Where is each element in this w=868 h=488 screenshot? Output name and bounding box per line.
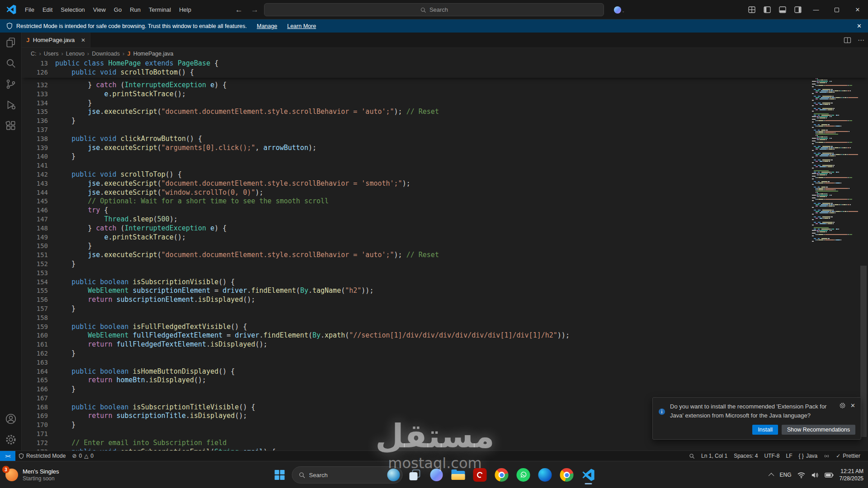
line-number[interactable]: 158 [22, 314, 48, 323]
copilot-button[interactable]: ˬ [614, 4, 624, 16]
encoding-status[interactable]: UTF-8 [761, 451, 783, 461]
problems-status[interactable]: ⊘ 0 △ 0 [69, 451, 97, 461]
breadcrumb-downloads[interactable]: Downloads [92, 51, 120, 57]
line-number[interactable]: 135 [22, 108, 48, 117]
broadcast-icon[interactable] [821, 451, 833, 461]
line-number[interactable]: 149 [22, 233, 48, 242]
menu-file[interactable]: File [21, 5, 38, 15]
remote-indicator[interactable]: >< [0, 451, 15, 461]
line-number[interactable]: 134 [22, 99, 48, 108]
wifi-icon[interactable] [797, 472, 805, 479]
line-number[interactable]: 142 [22, 170, 48, 179]
settings-gear-icon[interactable] [5, 433, 17, 446]
indentation-status[interactable]: Spaces: 4 [731, 451, 761, 461]
start-button[interactable] [270, 465, 289, 485]
line-number[interactable]: 170 [22, 421, 48, 430]
split-editor-icon[interactable] [844, 37, 851, 44]
line-number[interactable]: 160 [22, 331, 48, 340]
scrollbar-thumb[interactable] [860, 266, 867, 437]
widgets-button[interactable]: 3 Men's Singles Starting soon [5, 461, 59, 488]
close-window-button[interactable]: ✕ [847, 0, 868, 19]
line-number[interactable]: 138 [22, 135, 48, 144]
line-number[interactable]: 13 [22, 59, 48, 68]
line-number[interactable]: 153 [22, 269, 48, 278]
line-number[interactable]: 161 [22, 340, 48, 349]
line-number[interactable]: 133 [22, 90, 48, 99]
source-control-icon[interactable] [5, 78, 17, 90]
manage-link[interactable]: Manage [257, 23, 277, 29]
menu-edit[interactable]: Edit [38, 5, 57, 15]
line-number[interactable]: 172 [22, 439, 48, 448]
menu-run[interactable]: Run [126, 5, 145, 15]
line-number[interactable]: 159 [22, 323, 48, 332]
line-number[interactable]: 136 [22, 117, 48, 126]
toggle-sidebar-icon[interactable] [760, 0, 775, 19]
line-number[interactable]: 157 [22, 305, 48, 314]
line-number[interactable]: 143 [22, 179, 48, 188]
menu-view[interactable]: View [89, 5, 110, 15]
more-actions-icon[interactable]: ⋯ [858, 36, 864, 44]
taskbar-search[interactable]: Search [292, 466, 403, 483]
tab-homepage-java[interactable]: J HomePage.java ✕ [22, 33, 90, 47]
learn-more-link[interactable]: Learn More [287, 23, 316, 29]
copilot-button[interactable] [427, 465, 446, 485]
maximize-button[interactable] [826, 0, 847, 19]
toggle-secondary-sidebar-icon[interactable] [790, 0, 806, 19]
line-number[interactable]: 154 [22, 278, 48, 287]
show-hidden-icons-chevron[interactable] [768, 473, 774, 479]
line-number[interactable]: 171 [22, 430, 48, 439]
forward-icon[interactable]: → [251, 5, 259, 14]
line-number[interactable]: 150 [22, 242, 48, 251]
line-number[interactable]: 162 [22, 349, 48, 358]
line-number[interactable]: 156 [22, 296, 48, 305]
line-number[interactable]: 166 [22, 385, 48, 394]
line-number[interactable]: 141 [22, 161, 48, 170]
line-number[interactable]: 169 [22, 412, 48, 421]
whatsapp-button[interactable] [514, 465, 533, 485]
breadcrumb-file[interactable]: HomePage.java [133, 51, 174, 57]
line-number[interactable]: 163 [22, 358, 48, 367]
acrobat-button[interactable] [471, 465, 490, 485]
line-number[interactable]: 140 [22, 152, 48, 161]
line-number[interactable]: 132 [22, 81, 48, 90]
banner-close-icon[interactable]: ✕ [857, 23, 862, 29]
edge-button[interactable] [536, 465, 555, 485]
volume-icon[interactable] [811, 472, 819, 479]
line-number[interactable]: 151 [22, 251, 48, 260]
chrome-profile2-button[interactable] [557, 465, 576, 485]
line-number[interactable]: 126 [22, 68, 48, 77]
formatter-status[interactable]: ✓ Prettier [833, 451, 863, 461]
language-status[interactable]: { } Java [796, 451, 821, 461]
back-icon[interactable]: ← [235, 5, 243, 14]
notification-close-icon[interactable]: ✕ [850, 402, 855, 409]
menu-go[interactable]: Go [110, 5, 126, 15]
line-number[interactable]: 164 [22, 367, 48, 376]
install-button[interactable]: Install [752, 425, 778, 435]
battery-icon[interactable] [825, 472, 834, 478]
line-number[interactable]: 165 [22, 376, 48, 385]
breadcrumb-drive[interactable]: C: [31, 51, 37, 57]
customize-layout-icon[interactable] [744, 0, 760, 19]
extensions-icon[interactable] [5, 119, 17, 132]
line-number[interactable]: 146 [22, 206, 48, 215]
language-indicator[interactable]: ENG [780, 472, 792, 478]
clock[interactable]: 12:21 AM 7/28/2025 [840, 468, 863, 482]
account-icon[interactable] [5, 413, 17, 425]
line-number[interactable]: 144 [22, 188, 48, 197]
search-view-icon[interactable] [5, 57, 17, 70]
explorer-icon[interactable] [5, 36, 17, 49]
editor-scrollbar[interactable] [859, 59, 868, 450]
toggle-panel-icon[interactable] [775, 0, 790, 19]
chrome-button[interactable] [492, 465, 511, 485]
code-editor[interactable]: 13public class HomePage extends PageBase… [22, 59, 868, 450]
breadcrumb-users[interactable]: Users [44, 51, 59, 57]
eol-status[interactable]: LF [783, 451, 796, 461]
minimap[interactable] [810, 59, 858, 242]
cursor-position[interactable]: Ln 1, Col 1 [698, 451, 731, 461]
menu-terminal[interactable]: Terminal [145, 5, 175, 15]
line-number[interactable]: 147 [22, 215, 48, 224]
menu-help[interactable]: Help [175, 5, 195, 15]
file-explorer-button[interactable] [449, 465, 468, 485]
line-number[interactable]: 139 [22, 144, 48, 153]
line-number[interactable]: 148 [22, 224, 48, 233]
